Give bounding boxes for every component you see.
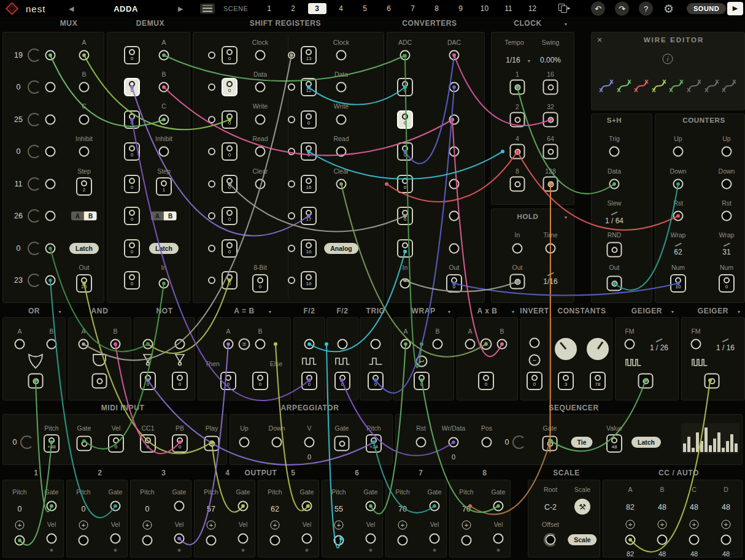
seq-pos-port[interactable]	[482, 437, 492, 448]
adc-cell-3[interactable]: 0	[397, 142, 413, 161]
wire-slot-icon-6[interactable]	[687, 79, 701, 93]
trig-in-port[interactable]	[371, 339, 381, 350]
wire-slot-icon-5[interactable]	[669, 79, 684, 93]
logic-axb-dropdown-icon[interactable]: ▼	[511, 310, 515, 314]
not-b-out-port[interactable]: 0	[172, 372, 188, 390]
scene-4[interactable]: 4	[332, 3, 350, 14]
sr1-data-port[interactable]	[255, 82, 266, 93]
adc-cell-5[interactable]: 0	[397, 207, 413, 225]
sound-button[interactable]: SOUND	[687, 3, 726, 14]
sr1-cell-8[interactable]: 0	[222, 271, 237, 290]
voice-pitch-offset[interactable]: +	[207, 521, 216, 530]
scene-3[interactable]: 3	[308, 3, 326, 14]
dac-cell-port-3[interactable]	[449, 147, 460, 157]
cc-a-value[interactable]: 82	[626, 503, 635, 512]
demux-latch-button[interactable]: Latch	[149, 243, 179, 254]
sr2-tap-port-7[interactable]	[288, 245, 295, 252]
voice-pitch-port[interactable]	[461, 535, 472, 546]
sr2-cell-4[interactable]: 0	[301, 142, 317, 161]
sr2-data-port[interactable]	[336, 82, 347, 93]
or-out-port[interactable]	[28, 374, 44, 389]
sr1-cell-6[interactable]: 0	[222, 207, 237, 225]
counter2-num-port[interactable]: 0	[719, 274, 735, 293]
voice-pitch-value[interactable]: 62	[271, 505, 279, 513]
hold-time-value[interactable]: 1/16	[543, 277, 557, 286]
voice-vel-port[interactable]	[238, 534, 249, 544]
mux-ab-toggle[interactable]: AB	[71, 212, 97, 221]
tempo-dropdown-icon[interactable]: ▼	[527, 59, 531, 63]
scale-quantize-button[interactable]: Scale	[568, 534, 596, 545]
demux-out-port-2[interactable]: 0	[124, 78, 140, 96]
wire-slot-icon-7[interactable]	[704, 79, 719, 93]
sr2-tap-port-4[interactable]	[288, 148, 295, 155]
voice-gate-port[interactable]	[302, 501, 312, 512]
sr2-tap-port-5[interactable]	[288, 180, 295, 188]
axb-a-port[interactable]	[465, 339, 476, 350]
seq-wrdata-port[interactable]	[449, 437, 459, 448]
seq-tie-button[interactable]: Tie	[571, 437, 593, 448]
sr2-cell-7[interactable]: 10	[301, 239, 317, 258]
demux-in-port[interactable]	[159, 278, 169, 289]
sr1-clock-port[interactable]	[255, 50, 266, 61]
counter1-down-port[interactable]	[673, 179, 684, 190]
logic-wrap-dropdown-icon[interactable]: ▼	[447, 310, 452, 314]
scene-7[interactable]: 7	[404, 3, 422, 14]
sr1-cell-5[interactable]: 0	[222, 175, 237, 193]
f2b-in-port[interactable]	[338, 339, 348, 350]
cc-b-bottom-value[interactable]: 48	[658, 550, 666, 558]
mux-input-port-1[interactable]	[45, 50, 56, 61]
midi-cc1-port[interactable]: 0	[140, 434, 156, 453]
geiger2-out-port[interactable]	[704, 374, 720, 389]
voice-pitch-offset[interactable]: +	[271, 521, 280, 530]
sr2-cell-3[interactable]: 0	[301, 110, 317, 129]
midi-pitch-port[interactable]: +48	[44, 434, 60, 453]
counter2-rst-port[interactable]	[722, 211, 732, 221]
constant-knob-1[interactable]	[555, 338, 577, 360]
help-button[interactable]: ?	[639, 1, 653, 15]
cc-d-value[interactable]: 48	[722, 503, 730, 512]
not-a-port[interactable]	[143, 339, 153, 350]
voice-vel-port[interactable]	[110, 534, 121, 544]
cc-b-port[interactable]	[657, 535, 668, 545]
patch-prev-button[interactable]: ◀	[69, 4, 74, 12]
aeqb-then-port[interactable]: 0	[220, 372, 236, 390]
sr1-cell-7[interactable]: 0	[222, 239, 237, 258]
mux-input-value[interactable]: 0	[17, 244, 21, 253]
constant-knob-2[interactable]	[587, 338, 609, 360]
mux-out-port[interactable]: 25	[76, 274, 92, 293]
settings-gear-icon[interactable]: ⚙	[663, 2, 674, 14]
mux-input-port-6[interactable]	[45, 211, 56, 221]
sh-data-port[interactable]	[609, 179, 620, 190]
arp-v-value[interactable]: 0	[307, 453, 311, 461]
mux-input-value[interactable]: 11	[15, 180, 23, 188]
mux-latch-button[interactable]: Latch	[69, 243, 99, 254]
dac-cell-port-4[interactable]	[449, 179, 460, 190]
scale-edit-button[interactable]: ⚒	[574, 499, 590, 515]
sr1-8bit-port[interactable]: 0	[252, 274, 268, 293]
mux-input-port-5[interactable]	[45, 179, 56, 190]
clock-div-port-2[interactable]	[510, 112, 525, 128]
wire-slot-icon-3[interactable]	[634, 79, 649, 93]
sh-slew-value[interactable]: 1 / 64	[605, 217, 623, 225]
geiger2-fm-port[interactable]	[691, 339, 701, 350]
dac-out-port[interactable]: 0	[446, 274, 462, 293]
voice-pitch-value[interactable]: 57	[207, 505, 215, 513]
mux-input-value[interactable]: 0	[17, 147, 21, 156]
sr1-tap-port-4[interactable]	[208, 148, 215, 155]
dac-clock-port[interactable]	[449, 50, 460, 61]
sr2-cell-1[interactable]: 13	[301, 46, 317, 64]
hold-dropdown-icon[interactable]: ▼	[564, 215, 568, 220]
wire-editor-close-icon[interactable]: ×	[597, 35, 602, 45]
sr2-write-port[interactable]	[336, 115, 347, 125]
mux-step-port[interactable]: 2	[76, 177, 92, 196]
mux-input-port-3[interactable]	[45, 115, 56, 125]
mux-input-port-2[interactable]	[45, 82, 56, 93]
scene-5[interactable]: 5	[356, 3, 374, 14]
voice-pitch-offset[interactable]: +	[79, 521, 88, 530]
midi-gate-port[interactable]	[77, 436, 92, 451]
midi-pb-port[interactable]: 0	[172, 434, 188, 453]
hold-in-port[interactable]	[512, 244, 523, 254]
adc-cell-4[interactable]: 0	[397, 175, 413, 193]
demux-out-port-5[interactable]: 0	[124, 175, 140, 193]
wire-slot-icon-2[interactable]	[617, 79, 631, 93]
